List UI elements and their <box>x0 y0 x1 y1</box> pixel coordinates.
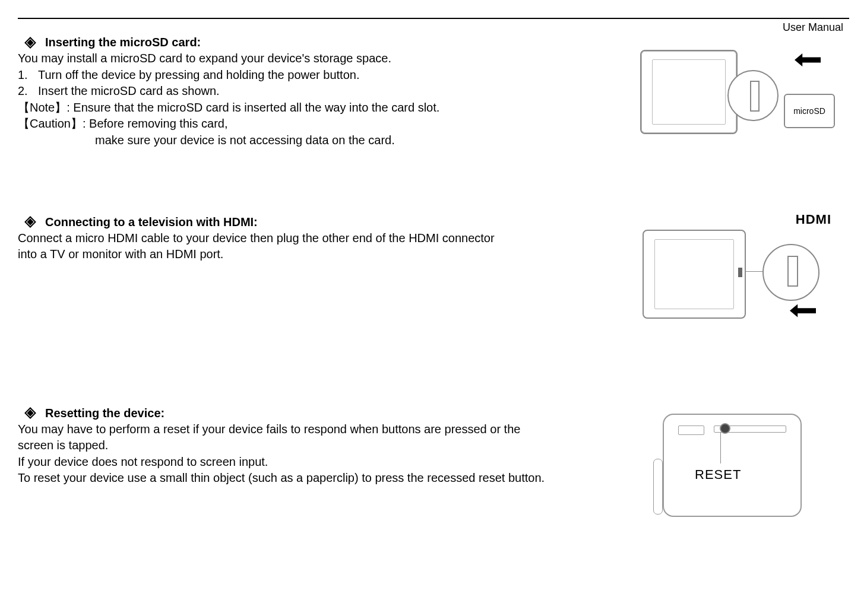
section2-text: Connecting to a television with HDMI: Co… <box>18 215 624 263</box>
microsd-card-label: microSD <box>793 106 825 116</box>
section3-illustration: RESET <box>624 407 849 532</box>
reset-illustration: RESET <box>641 414 831 532</box>
tablet-screen-icon <box>654 239 734 309</box>
section1-title: Inserting the microSD card: <box>45 36 201 49</box>
section2-title: Connecting to a television with HDMI: <box>45 215 258 229</box>
step1-text: Turn off the device by pressing and hold… <box>38 67 359 84</box>
tablet-screen-icon <box>652 59 726 125</box>
insert-arrow-icon <box>790 304 816 317</box>
device-back-icon: RESET <box>663 414 802 517</box>
section3-line2: If your device does not respond to scree… <box>18 454 624 471</box>
side-rail-icon <box>653 459 663 515</box>
step2-text: Insert the microSD card as shown. <box>38 83 220 100</box>
section1-text: Inserting the microSD card: You may inst… <box>18 36 624 149</box>
tablet-icon <box>643 230 746 319</box>
diamond-bullet-icon <box>24 216 36 228</box>
caution-text1: : Before removing this card, <box>83 117 228 130</box>
spacer <box>18 149 849 202</box>
hdmi-illustration: HDMI <box>635 209 837 328</box>
microsd-illustration: microSD <box>635 42 837 148</box>
section1-note: 【Note】: Ensure that the microSD card is … <box>18 100 624 116</box>
section-inserting-microsd: Inserting the microSD card: You may inst… <box>18 36 849 149</box>
diamond-bullet-icon <box>24 37 36 49</box>
section3-title: Resetting the device: <box>45 407 164 420</box>
section-hdmi: Connecting to a television with HDMI: Co… <box>18 215 849 328</box>
section1-title-row: Inserting the microSD card: <box>26 36 624 49</box>
page: User Manual Inserting the microSD card: … <box>0 18 867 616</box>
section1-step1: 1. Turn off the device by pressing and h… <box>18 67 624 84</box>
section1-illustration: microSD <box>624 36 849 148</box>
tablet-button-icon <box>738 268 742 277</box>
section3-title-row: Resetting the device: <box>26 407 624 420</box>
note-label: 【Note】 <box>18 101 67 114</box>
section1-caution-line2: make sure your device is not accessing d… <box>18 132 624 149</box>
callout-line-icon <box>720 433 722 463</box>
spacer <box>18 328 849 393</box>
section2-illustration: HDMI <box>624 215 849 328</box>
port-icon <box>678 426 704 435</box>
header-rule <box>18 18 849 19</box>
reset-label: RESET <box>695 467 741 482</box>
note-text: : Ensure that the microSD card is insert… <box>67 101 439 114</box>
section2-body: Connect a micro HDMI cable to your devic… <box>18 230 505 263</box>
section2-title-row: Connecting to a television with HDMI: <box>26 215 624 229</box>
header-label: User Manual <box>783 21 843 34</box>
diamond-bullet-icon <box>24 407 36 419</box>
section1-step2: 2. Insert the microSD card as shown. <box>18 83 624 100</box>
slot-magnifier-icon <box>727 70 779 121</box>
hdmi-logo-icon: HDMI <box>796 212 831 227</box>
card-slot-icon <box>750 81 760 112</box>
step1-number: 1. <box>18 67 38 84</box>
section3-line3: To reset your device use a small thin ob… <box>18 470 552 487</box>
insert-arrow-icon <box>795 53 821 66</box>
section3-text: Resetting the device: You may have to pe… <box>18 407 624 487</box>
section1-caution-line1: 【Caution】: Before removing this card, <box>18 116 624 132</box>
port-magnifier-icon <box>762 244 819 301</box>
caution-label: 【Caution】 <box>18 117 83 130</box>
tablet-icon <box>640 50 738 134</box>
section3-line1: You may have to perform a reset if your … <box>18 421 552 454</box>
step2-number: 2. <box>18 83 38 100</box>
section-reset: Resetting the device: You may have to pe… <box>18 407 849 532</box>
section1-intro: You may install a microSD card to expand… <box>18 50 624 67</box>
microsd-card-icon: microSD <box>784 94 835 128</box>
hdmi-port-icon <box>787 256 798 287</box>
